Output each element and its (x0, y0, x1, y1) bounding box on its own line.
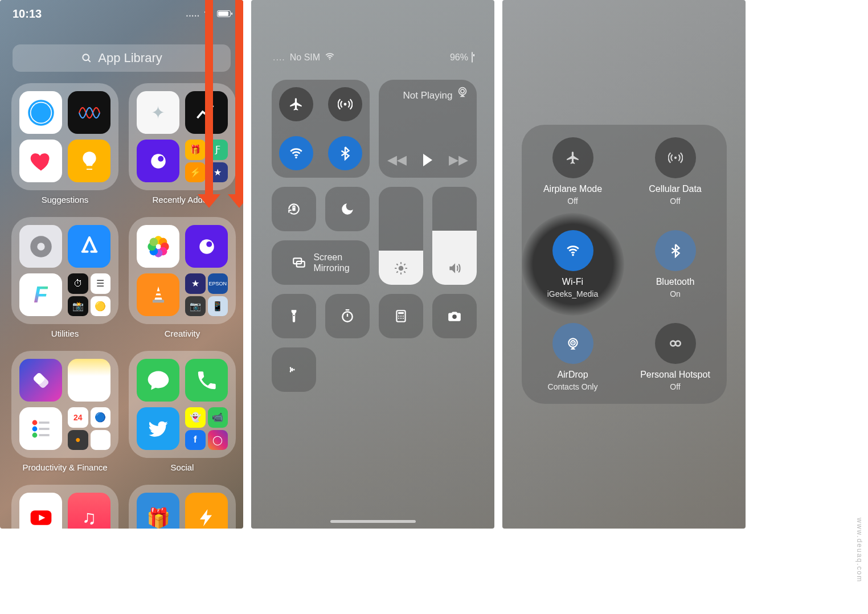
tips-icon[interactable] (68, 140, 110, 182)
pod-label: Creativity (165, 329, 200, 338)
pod-box: 🎁 (129, 485, 236, 529)
cellular-data-cell[interactable]: Cellular Data Off (624, 125, 727, 218)
airplane-mode-cell[interactable]: Airplane Mode Off (522, 125, 624, 218)
pod-box: 24 🔵 ● (11, 351, 118, 458)
svg-rect-32 (39, 434, 49, 436)
svg-point-36 (344, 103, 347, 106)
camera-button[interactable] (432, 294, 477, 338)
watermark: www.deuaq.com (855, 518, 863, 583)
pod-social[interactable]: 👻 📹 f ◯ Social (129, 351, 236, 472)
settings-icon[interactable] (19, 225, 62, 268)
mini-folder[interactable]: ★ EPSON 📷 📱 (185, 273, 228, 316)
mini-folder[interactable]: 24 🔵 ● (68, 407, 110, 450)
svg-point-51 (403, 316, 404, 317)
brightness-slider[interactable] (379, 187, 423, 285)
calculator-button[interactable] (379, 294, 423, 338)
photos-icon[interactable] (137, 225, 179, 268)
pod-recently-added[interactable]: ✦ 🎁 Ƒ ⚡ ★ Recently Added (129, 83, 236, 204)
cell-title: AirDrop (557, 370, 588, 380)
pod-box (11, 83, 118, 190)
airdrop-icon (552, 323, 593, 364)
svg-rect-30 (39, 428, 49, 430)
purple-v-icon[interactable] (185, 225, 228, 268)
svg-point-37 (295, 157, 297, 158)
funky-f-icon[interactable]: F (19, 273, 62, 316)
connectivity-tile[interactable] (272, 80, 370, 178)
play-button[interactable] (423, 154, 432, 166)
app-store-icon[interactable] (68, 225, 110, 268)
now-playing-tile[interactable]: Not Playing ◀◀ ▶▶ (379, 80, 477, 178)
twitter-icon[interactable] (137, 407, 179, 450)
pod-productivity-finance[interactable]: 24 🔵 ● Productivity & Finance (11, 351, 118, 472)
mini-folder[interactable]: ⏱ ☰ 📸 🟡 (68, 273, 110, 316)
cell-sub: Off (567, 197, 578, 206)
pod-suggestions[interactable]: Suggestions (11, 83, 118, 204)
cell-signal-dots: .... (273, 52, 285, 63)
do-not-disturb-toggle[interactable] (325, 187, 370, 231)
pod-partial-2[interactable]: 🎁 (129, 485, 236, 529)
sun-icon (379, 261, 423, 276)
control-center-grid: Not Playing ◀◀ ▶▶ ScreenMirrorin (272, 80, 474, 506)
cell-signal-dots: ..... (186, 9, 200, 18)
reminders-icon[interactable] (19, 407, 62, 450)
svg-point-54 (403, 318, 404, 319)
wifi-icon (552, 230, 593, 271)
mini-folder[interactable]: 👻 📹 f ◯ (185, 407, 228, 450)
airplane-icon (552, 137, 593, 178)
pod-partial-1[interactable]: ♫ (11, 485, 118, 529)
svg-point-4 (31, 103, 51, 122)
svg-point-60 (572, 342, 574, 344)
vlc-icon[interactable] (137, 273, 179, 316)
notes-icon[interactable] (68, 359, 110, 402)
flashlight-toggle[interactable] (272, 294, 316, 338)
wifi-cell[interactable]: Wi-Fi iGeeks_Media (522, 218, 624, 310)
home-indicator[interactable] (330, 520, 416, 523)
now-playing-label: Not Playing (379, 90, 477, 101)
svg-point-18 (149, 238, 158, 246)
pod-utilities[interactable]: F ⏱ ☰ 📸 🟡 Utilities (11, 217, 118, 338)
purple-app-icon[interactable] (137, 140, 179, 182)
pod-box: ✦ 🎁 Ƒ ⚡ ★ (129, 83, 236, 190)
youtube-icon[interactable] (19, 493, 62, 529)
pod-label: Utilities (51, 329, 79, 338)
svg-point-62 (670, 341, 675, 346)
airdrop-cell[interactable]: AirDrop Contacts Only (522, 311, 624, 404)
apple-music-icon[interactable]: ♫ (68, 493, 110, 529)
cell-title: Bluetooth (656, 277, 695, 287)
bluetooth-toggle[interactable] (328, 136, 362, 170)
shortcuts-icon[interactable] (19, 359, 62, 402)
pod-creativity[interactable]: ★ EPSON 📷 📱 Creativity (129, 217, 236, 338)
prev-track-button[interactable]: ◀◀ (387, 153, 407, 167)
svg-rect-22 (155, 291, 161, 293)
wifi-toggle[interactable] (279, 136, 313, 170)
svg-point-29 (32, 426, 37, 431)
safari-icon[interactable] (19, 91, 62, 134)
voice-memos-icon[interactable] (68, 91, 110, 134)
app-library-search[interactable]: App Library (13, 44, 231, 72)
bolt-app-icon[interactable] (185, 493, 228, 529)
bluetooth-icon (655, 230, 696, 271)
volume-slider[interactable] (432, 187, 477, 285)
personal-hotspot-cell[interactable]: Personal Hotspot Off (624, 311, 727, 404)
gift-app-icon[interactable]: 🎁 (137, 493, 179, 529)
pod-label: Suggestions (42, 195, 89, 204)
messages-icon[interactable] (137, 359, 179, 402)
svg-point-19 (199, 239, 214, 254)
svg-point-1 (83, 54, 89, 60)
next-track-button[interactable]: ▶▶ (449, 153, 468, 167)
screen-mirroring-tile[interactable]: ScreenMirroring (272, 240, 370, 285)
phone-icon[interactable] (185, 359, 228, 402)
airplane-toggle[interactable] (279, 87, 313, 121)
timer-button[interactable] (325, 294, 370, 338)
orientation-lock-toggle[interactable] (272, 187, 316, 231)
pod-box: ★ EPSON 📷 📱 (129, 217, 236, 324)
cellular-toggle[interactable] (328, 87, 362, 121)
svg-point-7 (151, 154, 166, 169)
swipe-down-arrow (235, 0, 243, 195)
grid-app-icon[interactable]: ✦ (137, 91, 179, 134)
battery-icon (217, 10, 231, 17)
bluetooth-cell[interactable]: Bluetooth On (624, 218, 727, 310)
health-icon[interactable] (19, 140, 62, 182)
cell-sub: Contacts Only (548, 382, 598, 391)
nfc-reader-button[interactable] (272, 347, 316, 392)
